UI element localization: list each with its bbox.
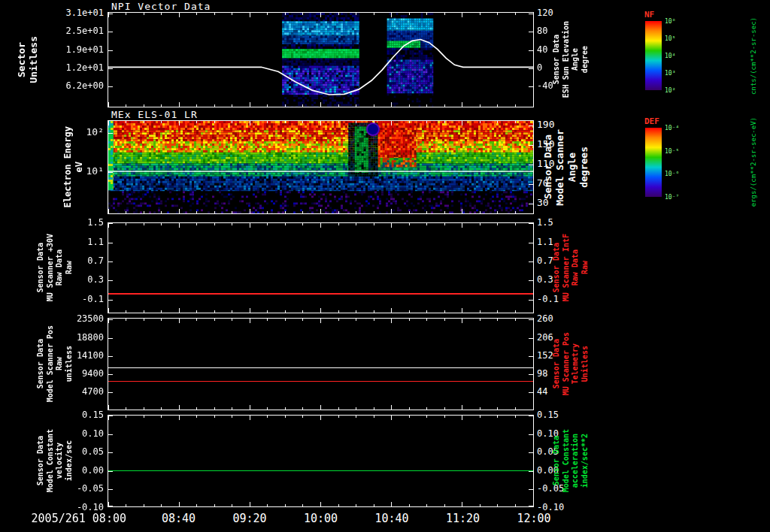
x-tick-mark [480,223,480,225]
x-tick-mark [144,310,144,313]
x-tick-mark [480,416,480,418]
x-tick-mark [161,407,162,410]
tick-label-left: 3.1e+01 [0,8,104,18]
x-tick-mark [196,223,197,225]
x-tick-mark [391,405,392,410]
x-tick-mark [426,223,427,225]
colorbar-def-label: DEF [644,116,659,126]
colorbar-tick-label: 10³ [665,70,675,77]
axis-label-line: Unitless [581,346,590,382]
x-tick-mark [338,121,339,123]
mu30-right-axis-label: Sensor DataMU Scanner IntFRaw DataRaw [552,222,589,313]
x-tick-mark [320,223,321,228]
x-tick-mark [250,502,250,506]
x-tick-mark [462,416,462,420]
axis-label-line: Sensor Data [36,243,45,292]
x-tick-mark [374,319,374,321]
plot-screen: NPI Vector Data MEx ELS-01 LR NF cnts/(c… [0,0,770,532]
x-tick-mark [161,319,162,321]
x-tick-mark [126,504,126,506]
x-tick-mark [267,416,268,418]
time-axis-label: 12:00 [517,512,550,525]
y-tick-mark [529,280,533,281]
x-tick-mark [108,405,109,410]
axis-label-line: ESH Sun Elevation [562,21,571,98]
x-tick-mark [480,310,480,313]
time-axis-label: 10:40 [374,512,408,525]
x-tick-mark [267,121,268,123]
x-tick-mark [196,310,197,313]
tick-label-left: 6.2e+00 [0,80,104,91]
y-tick-mark [529,243,533,243]
axis-label-line: Model Constant [46,429,55,492]
x-tick-mark [250,308,250,313]
x-tick-mark [409,310,410,313]
x-tick-mark [462,405,462,410]
x-tick-mark [533,308,534,313]
x-tick-mark [356,407,356,410]
y-tick-mark [529,145,533,146]
x-tick-mark [497,504,498,506]
x-tick-mark [426,319,427,321]
x-tick-mark [497,319,498,321]
axis-label-line: Sector [17,42,28,77]
y-tick-mark [529,125,533,126]
axis-label-line: Angle [571,48,580,71]
x-tick-mark [533,223,534,228]
x-tick-mark [444,121,445,123]
x-tick-mark [232,504,232,506]
x-tick-mark [232,310,232,313]
constant-line [108,367,533,369]
x-tick-mark [515,504,516,506]
x-tick-mark [179,308,180,313]
x-tick-mark [161,504,162,506]
x-tick-mark [533,121,534,125]
x-tick-mark [409,504,410,506]
x-tick-mark [515,223,516,225]
panel-title-els: MEx ELS-01 LR [111,109,198,120]
x-tick-mark [426,416,427,418]
y-tick-mark [108,392,113,393]
x-tick-mark [144,223,144,225]
x-tick-mark [214,121,215,123]
x-tick-mark [108,416,109,420]
x-tick-mark [302,319,303,321]
x-tick-mark [179,209,180,213]
x-tick-mark [285,407,286,410]
x-tick-mark [161,416,162,418]
x-tick-mark [196,416,197,418]
axis-label-line: Sensor Data [36,436,45,485]
x-tick-mark [126,121,126,123]
x-tick-mark [179,121,180,125]
axis-label-line: unitless [65,346,74,382]
axis-label-line: Raw Data [571,249,580,286]
axis-label-line: Model Constant [562,429,571,492]
time-axis-label: 2005/261 08:00 [32,512,126,525]
x-tick-mark [302,407,303,410]
x-tick-mark [214,504,215,506]
x-tick-mark [250,416,250,420]
x-tick-mark [126,310,126,313]
x-tick-mark [144,416,144,418]
x-tick-mark [250,319,250,323]
panel-title-npi: NPI Vector Data [111,1,211,12]
tick-label-left: 10¹ [0,166,104,177]
x-tick-mark [267,310,268,313]
x-tick-mark [462,209,462,213]
x-tick-mark [250,209,250,213]
x-tick-mark [179,319,180,323]
x-tick-mark [108,209,109,213]
axis-label-line: Raw [55,357,64,370]
x-tick-mark [462,502,462,506]
x-tick-mark [285,223,286,225]
x-tick-mark [338,407,339,410]
axis-label-line: Model Scanner [555,129,566,206]
x-tick-mark [409,121,410,123]
x-tick-mark [462,319,462,323]
x-tick-mark [533,319,534,323]
x-tick-mark [374,504,374,506]
x-tick-mark [480,407,480,410]
x-tick-mark [320,308,321,313]
axis-label-line: MU Scanner Pos [562,332,571,395]
x-tick-mark [302,416,303,418]
